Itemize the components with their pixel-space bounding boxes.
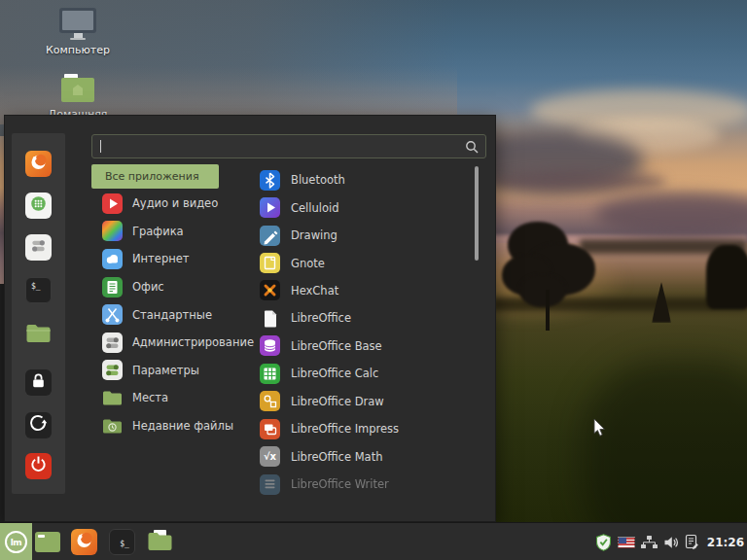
home-folder-icon	[61, 78, 94, 102]
graphics-icon	[102, 221, 123, 241]
app-gnote[interactable]: Gnote	[250, 249, 476, 276]
computer-icon	[59, 8, 96, 33]
folder-paper-icon	[147, 529, 173, 556]
notes-applet-icon[interactable]	[685, 534, 699, 550]
tree-trunk	[546, 290, 550, 331]
places-folder-icon	[102, 388, 123, 408]
lock-screen-button[interactable]	[25, 369, 52, 396]
software-manager-launcher[interactable]	[25, 192, 52, 219]
application-list: Bluetooth Celluloid Drawing Gnote	[250, 166, 476, 498]
category-administration[interactable]: Администрирование	[91, 329, 262, 357]
window-icon	[38, 535, 45, 538]
shutdown-button[interactable]	[25, 453, 52, 479]
app-libreoffice[interactable]: LibreOffice	[250, 304, 476, 332]
firefox-launcher[interactable]	[25, 151, 52, 177]
desktop-icon-label: Компьютер	[37, 44, 119, 56]
category-all-applications[interactable]: Все приложения	[91, 164, 219, 189]
keyboard-layout-us-flag-icon[interactable]	[618, 537, 635, 548]
app-bluetooth[interactable]: Bluetooth	[250, 166, 476, 193]
app-label: LibreOffice Math	[291, 450, 382, 464]
gnote-icon	[260, 253, 280, 273]
app-libreoffice-impress[interactable]: LibreOffice Impress	[250, 415, 476, 442]
app-libreoffice-writer[interactable]: LibreOffice Writer	[250, 471, 476, 498]
category-accessories[interactable]: Стандартные	[91, 300, 262, 329]
terminal-icon: $_	[31, 282, 41, 291]
menu-button[interactable]: lm	[0, 523, 32, 560]
app-label: LibreOffice Calc	[291, 367, 378, 380]
taskbar: lm $_	[0, 522, 747, 560]
text-doc-icon	[260, 474, 280, 495]
category-label: Администрирование	[132, 335, 254, 349]
cloud-icon	[102, 249, 123, 269]
cloud	[491, 171, 666, 192]
spreadsheet-icon	[260, 364, 280, 384]
clock[interactable]: 21:26	[707, 536, 744, 549]
app-label: LibreOffice Base	[291, 339, 382, 353]
logout-button[interactable]	[25, 412, 52, 438]
category-list: Аудио и видео Графика Интернет Офис	[91, 190, 262, 439]
network-icon[interactable]	[641, 536, 658, 549]
app-label: LibreOffice Writer	[291, 477, 389, 491]
taskbar-files-launcher[interactable]	[147, 529, 173, 555]
category-label: Графика	[132, 225, 184, 238]
category-label: Недавние файлы	[132, 419, 233, 433]
app-libreoffice-math[interactable]: √x LibreOffice Math	[250, 442, 476, 470]
app-label: Drawing	[291, 228, 338, 242]
database-icon	[260, 335, 280, 356]
preferences-toggles-icon	[102, 360, 123, 380]
power-icon	[27, 453, 50, 479]
firefox-icon	[73, 529, 95, 555]
files-launcher[interactable]	[25, 320, 52, 346]
terminal-launcher[interactable]: $_	[25, 277, 52, 303]
computer-icon-base	[70, 38, 86, 40]
taskbar-window-launcher[interactable]	[35, 532, 60, 552]
app-hexchat[interactable]: HexChat	[250, 277, 476, 304]
app-label: Celluloid	[291, 201, 339, 215]
menu-favorites-sidebar: $_	[12, 133, 65, 494]
celluloid-icon	[260, 197, 280, 218]
taskbar-firefox-launcher[interactable]	[71, 529, 97, 555]
recent-files-icon	[102, 416, 123, 437]
category-places[interactable]: Места	[91, 384, 262, 412]
settings-launcher[interactable]	[25, 234, 52, 261]
main-menu: $_	[4, 115, 496, 522]
scrollbar[interactable]	[475, 166, 479, 261]
conifer-silhouette	[706, 245, 747, 309]
mint-logo-icon: lm	[5, 531, 27, 553]
category-label: Офис	[132, 280, 164, 294]
search-box[interactable]	[91, 134, 486, 158]
category-preferences[interactable]: Параметры	[91, 357, 262, 385]
shapes-icon	[260, 391, 280, 411]
category-label: Интернет	[132, 252, 190, 265]
taskbar-terminal-launcher[interactable]: $_	[109, 529, 135, 555]
system-tray: 21:26	[595, 523, 744, 560]
libreoffice-icon	[260, 308, 280, 329]
app-label: Bluetooth	[291, 173, 345, 187]
app-label: LibreOffice Draw	[291, 395, 384, 408]
tree-silhouette	[519, 274, 566, 307]
app-libreoffice-base[interactable]: LibreOffice Base	[250, 332, 476, 360]
category-internet[interactable]: Интернет	[91, 245, 262, 273]
audio-video-icon	[102, 193, 123, 214]
app-label: Gnote	[291, 257, 325, 270]
category-recent-files[interactable]: Недавние файлы	[91, 412, 262, 440]
desktop-icon-computer[interactable]: Компьютер	[37, 8, 119, 56]
app-celluloid[interactable]: Celluloid	[250, 193, 476, 221]
scissors-icon	[102, 304, 123, 325]
category-label: Стандартные	[132, 308, 212, 322]
update-shield-icon[interactable]	[595, 534, 612, 551]
settings-toggles-icon	[27, 234, 50, 261]
app-drawing[interactable]: Drawing	[250, 222, 476, 249]
category-graphics[interactable]: Графика	[91, 218, 262, 246]
app-label: HexChat	[291, 284, 338, 298]
category-label: Места	[132, 391, 168, 404]
volume-icon[interactable]	[663, 536, 679, 549]
app-libreoffice-draw[interactable]: LibreOffice Draw	[250, 388, 476, 415]
category-audio-video[interactable]: Аудио и видео	[91, 190, 262, 218]
search-input[interactable]	[101, 141, 465, 153]
presentation-icon	[260, 419, 280, 439]
app-libreoffice-calc[interactable]: LibreOffice Calc	[250, 360, 476, 387]
category-office[interactable]: Офис	[91, 273, 262, 301]
flag-canton	[619, 538, 626, 543]
lock-icon	[27, 369, 50, 396]
